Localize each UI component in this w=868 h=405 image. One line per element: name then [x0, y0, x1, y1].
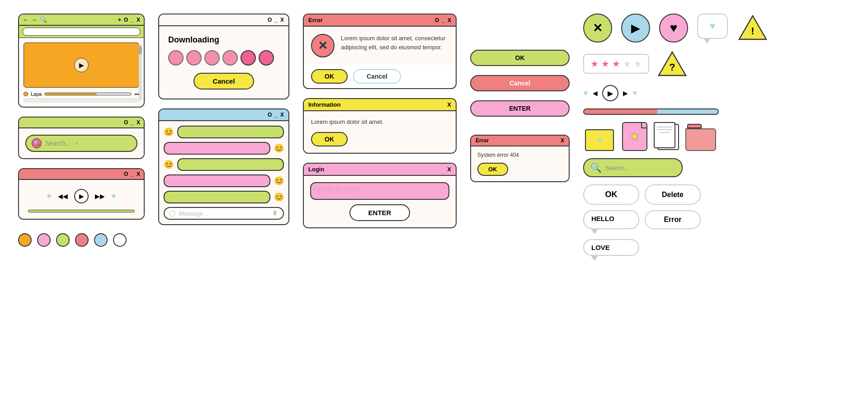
bubble-tail [703, 38, 711, 43]
cancel-button[interactable]: Cancel [193, 73, 254, 89]
forward-icon[interactable]: → [31, 16, 37, 23]
info-title: Information [308, 101, 341, 108]
close-icon[interactable]: X [137, 119, 140, 126]
maximize-icon[interactable]: _ [131, 171, 134, 177]
download-titlebar: O _ X [159, 14, 288, 26]
heart-small-icon[interactable]: ♥ [583, 89, 588, 98]
vertical-scrollbar[interactable] [139, 44, 142, 100]
progress-bar[interactable] [583, 108, 719, 115]
mic-icon[interactable]: 🎙 [272, 210, 278, 217]
close-icon[interactable]: X [137, 17, 140, 23]
minimize-icon[interactable]: O [268, 112, 272, 118]
minimize-icon[interactable]: O [268, 17, 272, 23]
error-body: ✕ Lorem ipsum dolor sit amet, consectetu… [304, 27, 456, 65]
maximize-icon[interactable]: _ [274, 112, 278, 118]
star-4: ★ [623, 58, 631, 69]
envelope-body: ♥ [585, 129, 614, 151]
chat-message-4: 😊 [164, 174, 284, 187]
close-icon[interactable]: X [447, 166, 451, 173]
video-progress-bar[interactable] [44, 93, 132, 95]
chat-message-5: 😊 [164, 191, 284, 203]
progress-bar-fill [584, 109, 658, 114]
horizontal-scrollbar[interactable] [24, 99, 139, 102]
standalone-ok-button[interactable]: OK [470, 50, 570, 66]
heart-speech-bubble: ♥ [697, 14, 728, 39]
close-icon[interactable]: X [280, 17, 284, 23]
error-cancel-button[interactable]: Cancel [353, 69, 401, 84]
media-progress-bar[interactable] [28, 210, 135, 212]
maximize-icon[interactable]: _ [131, 17, 134, 23]
enter-button[interactable]: ENTER [349, 204, 410, 221]
large-error-button[interactable]: Error [645, 210, 701, 229]
envelope-icon: ♥ [583, 122, 616, 151]
video-area: ▶ [24, 42, 139, 88]
love-bubble-tail [590, 255, 598, 260]
plus-icon[interactable]: + [118, 17, 121, 23]
dl-dot-6 [259, 50, 274, 66]
chat-bubble-2 [164, 142, 270, 155]
standalone-cancel-button[interactable]: Cancel [470, 75, 570, 91]
hearts-display: ♡♡♡♡♡ [317, 187, 360, 195]
rewind-icon[interactable]: ◀◀ [58, 193, 68, 200]
large-delete-button[interactable]: Delete [645, 184, 701, 205]
large-ok-button[interactable]: OK [583, 184, 639, 205]
maximize-icon[interactable]: _ [274, 17, 278, 23]
download-body: Downloading Cancel [159, 26, 288, 99]
url-bar[interactable] [23, 28, 140, 36]
error-ok-button[interactable]: OK [311, 69, 348, 84]
video-play-button[interactable]: ▶ [74, 58, 89, 72]
rating-stars[interactable]: ★ ★ ★ ★ ★ [583, 54, 649, 74]
error-button-row: OK Cancel [304, 65, 456, 88]
minimize-icon[interactable]: O [124, 171, 128, 177]
dl-dot-5 [241, 50, 256, 66]
close-icon[interactable]: X [561, 137, 564, 144]
minimize-icon[interactable]: O [435, 17, 439, 24]
small-error-ok-button[interactable]: OK [477, 163, 508, 176]
media-titlebar: O _ X [19, 169, 144, 180]
search-window: O _ X 🔍 Search... ↗ [18, 117, 145, 159]
search-input-area[interactable]: 🔍 Search... ↗ [25, 135, 137, 152]
rewind-small-icon[interactable]: ◀ [593, 89, 598, 97]
close-icon[interactable]: X [447, 101, 451, 108]
forward-small-icon[interactable]: ▶ [623, 89, 628, 97]
star-document-icon: ★ [622, 122, 647, 151]
back-icon[interactable]: ← [23, 16, 28, 23]
login-titlebar: Login X [304, 164, 456, 176]
hello-text: HELLO [591, 215, 614, 222]
standalone-enter-button[interactable]: ENTER [470, 100, 570, 117]
heart-left-icon[interactable]: ♥ [47, 192, 52, 201]
chat-input-row[interactable]: Message... 🎙 [164, 207, 284, 220]
maximize-icon[interactable]: _ [442, 17, 445, 24]
doc-corner [641, 122, 647, 128]
close-icon[interactable]: X [137, 171, 140, 177]
play-circle-icon[interactable]: ▶ [621, 14, 650, 42]
chat-bubble-4 [164, 174, 270, 187]
play-small-button[interactable]: ▶ [602, 85, 618, 101]
chat-message-3: 😊 [164, 158, 284, 171]
dl-dot-4 [222, 50, 238, 66]
minimize-icon[interactable]: O [124, 119, 128, 126]
info-ok-button[interactable]: OK [311, 132, 348, 146]
heart-circle-icon[interactable]: ♥ [659, 14, 688, 42]
red-dot [75, 233, 89, 247]
hello-bubble-tail [590, 228, 598, 234]
forward-icon[interactable]: ▶▶ [95, 193, 105, 200]
dl-dot-1 [168, 50, 184, 66]
play-button[interactable]: ▶ [74, 189, 89, 203]
close-icon[interactable]: X [280, 112, 284, 118]
chat-message-2: 😊 [164, 142, 284, 155]
search-titlebar: O _ X [19, 118, 144, 128]
x-circle-icon[interactable]: ✕ [583, 14, 612, 42]
maximize-icon[interactable]: _ [131, 119, 134, 126]
heart-small-right-icon[interactable]: ♥ [632, 89, 637, 98]
close-icon[interactable]: X [448, 17, 451, 24]
search-nav-icon[interactable]: 🔍 [40, 16, 47, 23]
browser-titlebar: ← → 🔍 + O _ X [19, 14, 144, 26]
star-1: ★ [590, 58, 599, 69]
minimize-icon[interactable]: O [124, 17, 128, 23]
green-dot [56, 233, 70, 247]
heart-right-icon[interactable]: ♥ [111, 192, 116, 201]
login-field[interactable]: ♡♡♡♡♡ [310, 182, 449, 200]
standalone-search-bar[interactable]: 🔍 Search... [583, 158, 683, 177]
search-magnify-icon: 🔍 [590, 162, 602, 173]
